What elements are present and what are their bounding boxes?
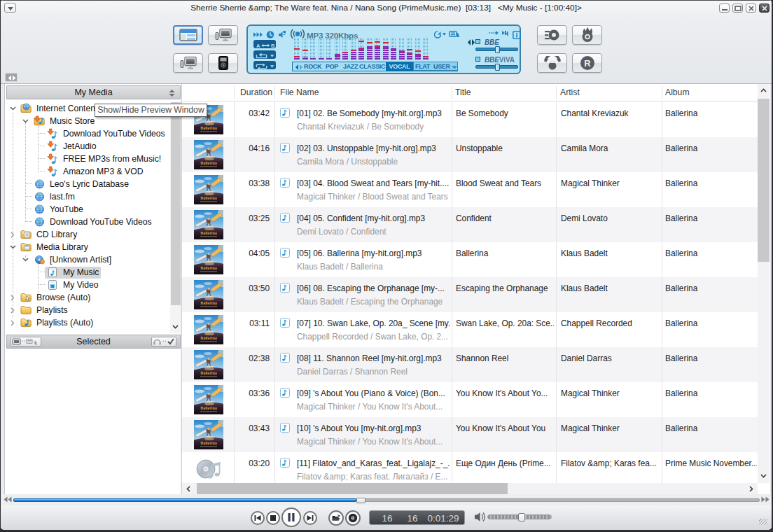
svg-text:R: R bbox=[584, 58, 591, 69]
svg-text:Ballerina: Ballerina bbox=[200, 406, 217, 410]
svg-text:Ballerina: Ballerina bbox=[200, 231, 217, 235]
svg-text:Ballerina: Ballerina bbox=[200, 371, 217, 375]
svg-text:Ballerina: Ballerina bbox=[200, 336, 217, 340]
svg-text:Ballerina: Ballerina bbox=[200, 266, 217, 270]
svg-text:Ballerina: Ballerina bbox=[200, 161, 217, 165]
svg-text:Ballerina: Ballerina bbox=[200, 441, 217, 445]
svg-text:Ballerina: Ballerina bbox=[200, 126, 217, 130]
svg-text:B: B bbox=[271, 43, 275, 49]
svg-text:Ballerina: Ballerina bbox=[200, 301, 217, 305]
svg-text:Ballerina: Ballerina bbox=[200, 196, 217, 200]
svg-text:A: A bbox=[256, 43, 260, 49]
